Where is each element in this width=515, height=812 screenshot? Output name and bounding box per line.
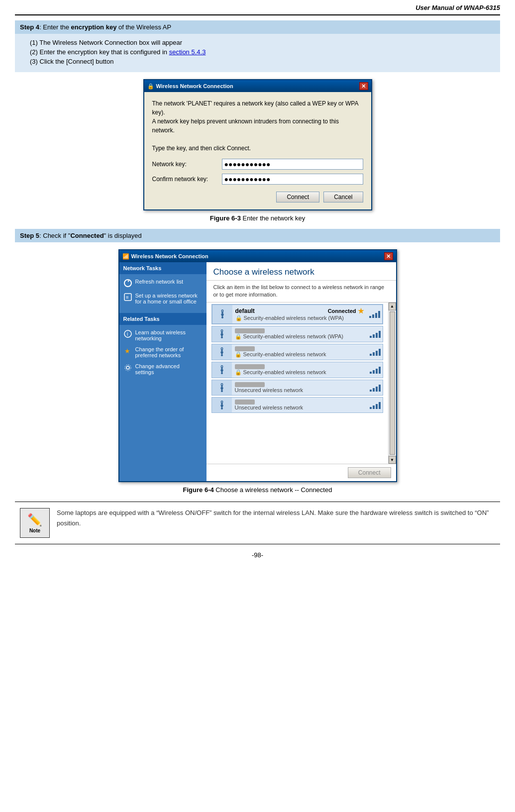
scrollbar-down-button[interactable]: ▼ [389,456,396,464]
network-item-6[interactable]: Unsecured wireless network [211,397,383,413]
scrollbar-up-button[interactable]: ▲ [389,303,396,310]
signal-bar-1-2 [372,314,374,318]
right-panel-title: Choose a wireless network [213,267,389,277]
dialog-title: 🔒 Wireless Network Connection [147,83,233,90]
wifi-icon: 🔒 [147,83,154,90]
network-item-2[interactable]: 🔒 Security-enabled wireless network (WPA… [211,326,383,342]
step4-label-bold: Step 4 [20,23,39,31]
svg-text:i: i [127,331,128,337]
svg-point-7 [125,365,131,371]
network-item-top-4 [235,364,365,369]
signal-bar-6-3 [376,404,378,409]
change-advanced-label: Change advancedsettings [135,363,180,375]
note-icon-container: ✏️ Note [20,508,50,538]
step4-item-1: (1) The Wireless Network Connection box … [30,39,485,46]
scrollbar-thumb[interactable] [390,311,395,455]
cancel-button[interactable]: Cancel [323,192,363,203]
signal-bar-5-4 [379,385,381,392]
network-signal-6 [368,398,383,412]
large-dialog-close-button[interactable]: ✕ [384,252,393,260]
signal-bar-4-3 [376,369,378,374]
signal-bar-2-4 [379,331,381,338]
svg-text:★: ★ [124,347,130,355]
network-name-blurred-3 [235,346,255,351]
refresh-icon [123,279,132,288]
dialog-close-button[interactable]: ✕ [359,82,368,90]
setup-icon: ≡ [123,293,132,302]
wifi-signal-icon-1 [212,305,232,323]
dialog-titlebar: 🔒 Wireless Network Connection ✕ [144,80,371,92]
network-name-blurred-4 [235,364,265,369]
learn-wireless-item[interactable]: i Learn about wirelessnetworking [119,327,206,344]
network-item-content-4: 🔒 Security-enabled wireless network [232,362,368,378]
network-type-5: Unsecured wireless network [235,387,365,393]
network-item-top-5 [235,382,365,387]
page-footer: -98- [15,544,500,562]
svg-point-13 [221,407,223,409]
network-item-top-2 [235,328,365,333]
signal-bar-3-4 [379,349,381,356]
xp-large-dialog: 📶 Wireless Network Connection ✕ Network … [118,249,397,482]
dialog-body: The network 'PLANET' requires a network … [144,92,371,209]
signal-bar-3-2 [373,352,375,356]
signal-bar-5-2 [373,388,375,392]
wifi-signal-icon-3 [212,344,232,360]
change-advanced-item[interactable]: Change advancedsettings [119,361,206,378]
svg-point-11 [221,372,223,374]
network-type-2: 🔒 Security-enabled wireless network (WPA… [235,333,365,340]
signal-bar-1-3 [375,313,377,318]
network-item-3[interactable]: 🔒 Security-enabled wireless network [211,344,383,360]
network-tasks-header: Network Tasks [119,262,206,274]
note-pencil-icon: ✏️ [27,513,42,527]
svg-text:≡: ≡ [126,295,129,300]
network-name-blurred-6 [235,400,255,405]
network-item-5[interactable]: Unsecured wireless network [211,380,383,396]
settings-icon [123,363,132,372]
left-panel: Network Tasks Refresh network list ≡ [119,262,206,481]
page-number: -98- [252,551,263,559]
change-order-item[interactable]: ★ Change the order ofpreferred networks [119,344,206,361]
connect-button[interactable]: Connect [276,192,319,203]
signal-bar-3-1 [370,354,372,356]
figure4-container: 📶 Wireless Network Connection ✕ Network … [15,249,500,494]
svg-point-6 [126,366,129,369]
network-signal-1 [367,305,382,323]
figure3-container: 🔒 Wireless Network Connection ✕ The netw… [15,79,500,222]
lock-icon-4: 🔒 [235,369,242,376]
step5-header: Step 5: Check if "Connected" is displaye… [15,229,500,242]
network-signal-5 [368,380,383,395]
connected-bold: Connected [70,232,103,239]
connect-button-large[interactable]: Connect [348,467,391,478]
large-dialog-titlebar: 📶 Wireless Network Connection ✕ [119,250,396,262]
refresh-network-item[interactable]: Refresh network list [119,276,206,290]
setup-wireless-item[interactable]: ≡ Set up a wireless networkfor a home or… [119,290,206,307]
xp-dialog-network-key: 🔒 Wireless Network Connection ✕ The netw… [143,79,372,210]
signal-bar-6-1 [370,407,372,409]
network-item-default[interactable]: default Connected ★ 🔒 Security-enab [211,304,383,324]
dialog-buttons: Connect Cancel [152,192,363,204]
network-item-top-3 [235,346,365,351]
network-list-scroll-area: default Connected ★ 🔒 Security-enab [206,303,396,464]
right-panel-description: Click an item in the list below to conne… [206,281,396,303]
connected-badge: Connected ★ [328,307,364,315]
section-link[interactable]: section 5.4.3 [169,48,206,56]
network-item-content-1: default Connected ★ 🔒 Security-enab [232,305,367,323]
confirm-key-input[interactable] [222,174,363,185]
signal-bar-6-2 [373,406,375,409]
network-key-input[interactable] [222,159,363,170]
svg-point-9 [221,336,223,338]
note-text: Some laptops are equipped with a “Wirele… [57,508,495,529]
wifi-signal-icon-6 [212,398,232,412]
scrollbar[interactable]: ▲ ▼ [388,303,396,464]
step4-content: (1) The Wireless Network Connection box … [15,34,500,72]
network-item-top-1: default Connected ★ [235,307,364,315]
network-item-4[interactable]: 🔒 Security-enabled wireless network [211,362,383,378]
dialog-description: The network 'PLANET' requires a network … [152,99,363,153]
step4-header: Step 4: Enter the encryption key of the … [15,20,500,34]
network-signal-2 [368,326,383,342]
network-signal-3 [368,344,383,360]
signal-bar-2-2 [373,334,375,338]
svg-point-10 [221,354,223,356]
signal-bar-1-4 [378,311,380,318]
network-list: default Connected ★ 🔒 Security-enab [206,303,388,464]
